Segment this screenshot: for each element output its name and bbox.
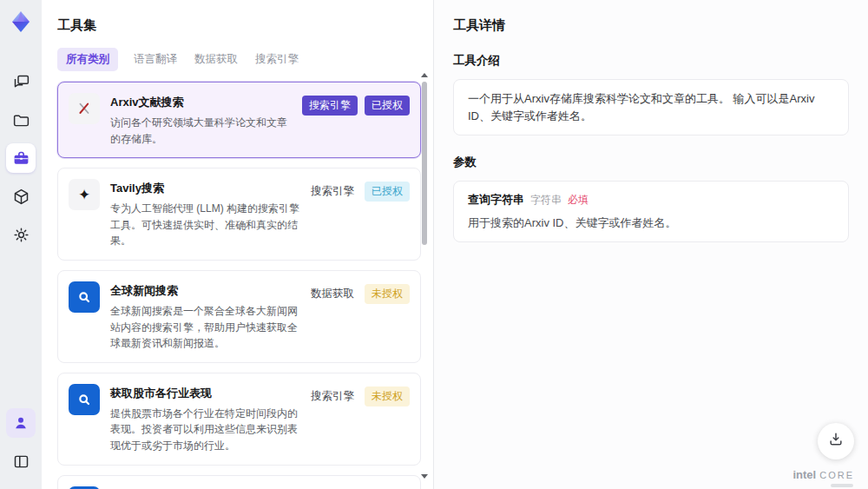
tool-description: 访问各个研究领域大量科学论文和文章的存储库。 xyxy=(110,115,292,147)
params-heading: 参数 xyxy=(453,155,849,170)
sidebar-item-package[interactable] xyxy=(6,182,36,211)
param-description: 用于搜索的Arxiv ID、关键字或作者姓名。 xyxy=(468,215,834,231)
tool-list-panel: 工具集 所有类别 语言翻译 数据获取 搜索引擎 Arxiv文献搜索 访问各个研究… xyxy=(42,0,434,489)
sidebar-bottom xyxy=(6,404,36,480)
scroll-up-icon[interactable] xyxy=(421,73,428,77)
auth-badge: 未授权 xyxy=(365,284,410,304)
sidebar xyxy=(0,0,42,489)
tool-name: 全球新闻搜索 xyxy=(110,283,300,299)
chat-icon xyxy=(12,73,30,91)
briefcase-icon xyxy=(12,149,30,168)
tool-card-arxiv[interactable]: Arxiv文献搜索 访问各个研究领域大量科学论文和文章的存储库。 搜索引擎 已授… xyxy=(57,82,421,158)
page-title: 工具集 xyxy=(57,17,419,34)
panel-toggle-icon xyxy=(12,453,30,471)
list-scrollbar[interactable] xyxy=(420,73,429,484)
sidebar-item-chat[interactable] xyxy=(6,67,36,96)
auth-badge: 已授权 xyxy=(365,182,410,202)
tool-name: Arxiv文献搜索 xyxy=(110,95,292,110)
tool-description: 专为人工智能代理 (LLM) 构建的搜索引擎工具。可快速提供实时、准确和真实的结… xyxy=(110,201,300,249)
arxiv-x-icon xyxy=(69,93,100,124)
four-point-star-icon: ✦ xyxy=(69,179,100,210)
sidebar-item-toolbox[interactable] xyxy=(6,143,36,173)
auth-badge: 已授权 xyxy=(365,96,410,116)
tab-language-translation[interactable]: 语言翻译 xyxy=(132,48,179,71)
download-button[interactable] xyxy=(818,423,854,459)
tab-search-engine[interactable]: 搜索引擎 xyxy=(253,48,300,71)
sidebar-item-folder[interactable] xyxy=(6,105,36,135)
sidebar-item-settings[interactable] xyxy=(6,220,36,249)
folder-icon xyxy=(12,111,30,129)
diamond-logo-icon xyxy=(9,10,33,34)
sidebar-item-panel-toggle[interactable] xyxy=(6,446,36,476)
tool-card-active-stocks[interactable]: 获取市场最活跃股票信息 提供当天交易量最高的股票列表，投资者可以利用这些信息来识… xyxy=(57,475,421,489)
blue-search-icon xyxy=(69,486,100,489)
tool-name: 获取股市各行业表现 xyxy=(110,386,300,401)
category-badge: 搜索引擎 xyxy=(302,96,358,116)
tab-data-fetch[interactable]: 数据获取 xyxy=(193,48,240,71)
blue-search-icon xyxy=(69,384,100,415)
intel-core-logo-sub xyxy=(831,484,853,487)
tool-description: 全球新闻搜索是一个聚合全球各大新闻网站内容的搜索引擎，帮助用户快速获取全球最新资… xyxy=(110,303,300,352)
tab-all-categories[interactable]: 所有类别 xyxy=(57,48,118,71)
intel-core-logo: intel CORE xyxy=(792,468,854,481)
category-label: 搜索引擎 xyxy=(311,389,354,404)
download-icon xyxy=(827,431,845,452)
app-window: 工具集 所有类别 语言翻译 数据获取 搜索引擎 Arxiv文献搜索 访问各个研究… xyxy=(0,0,868,489)
scroll-down-icon[interactable] xyxy=(421,474,428,479)
tool-card-global-news[interactable]: 全球新闻搜索 全球新闻搜索是一个聚合全球各大新闻网站内容的搜索引擎，帮助用户快速… xyxy=(57,270,421,363)
param-type: 字符串 xyxy=(530,193,562,208)
category-label: 数据获取 xyxy=(311,287,354,301)
param-box: 查询字符串 字符串 必填 用于搜索的Arxiv ID、关键字或作者姓名。 xyxy=(453,181,849,242)
param-name: 查询字符串 xyxy=(468,192,524,208)
intro-text: 一个用于从Arxiv存储库搜索科学论文和文章的工具。 输入可以是Arxiv ID… xyxy=(468,90,834,124)
tool-description: 提供股票市场各个行业在特定时间段内的表现。投资者可以利用这些信息来识别表现优于或… xyxy=(110,406,300,454)
tool-card-sector-performance[interactable]: 获取股市各行业表现 提供股票市场各个行业在特定时间段内的表现。投资者可以利用这些… xyxy=(57,373,421,466)
cube-icon xyxy=(12,188,30,206)
tool-card-tavily[interactable]: ✦ Tavily搜索 专为人工智能代理 (LLM) 构建的搜索引擎工具。可快速提… xyxy=(57,168,421,261)
user-icon xyxy=(12,414,30,432)
param-required-flag: 必填 xyxy=(568,193,589,208)
category-tabs: 所有类别 语言翻译 数据获取 搜索引擎 xyxy=(57,48,419,71)
intro-box: 一个用于从Arxiv存储库搜索科学论文和文章的工具。 输入可以是Arxiv ID… xyxy=(453,79,849,135)
tool-cards: Arxiv文献搜索 访问各个研究领域大量科学论文和文章的存储库。 搜索引擎 已授… xyxy=(57,82,421,489)
auth-badge: 未授权 xyxy=(365,387,410,406)
details-title: 工具详情 xyxy=(453,17,849,34)
app-logo xyxy=(6,7,36,36)
category-label: 搜索引擎 xyxy=(311,184,354,199)
tool-details-panel: 工具详情 工具介绍 一个用于从Arxiv存储库搜索科学论文和文章的工具。 输入可… xyxy=(434,0,868,489)
scrollbar-thumb[interactable] xyxy=(422,82,427,245)
tool-name: Tavily搜索 xyxy=(110,181,300,196)
blue-search-icon xyxy=(69,281,100,313)
sidebar-nav xyxy=(6,63,36,254)
gear-icon xyxy=(12,226,30,244)
sidebar-item-account[interactable] xyxy=(6,408,36,438)
intro-heading: 工具介绍 xyxy=(453,53,849,69)
